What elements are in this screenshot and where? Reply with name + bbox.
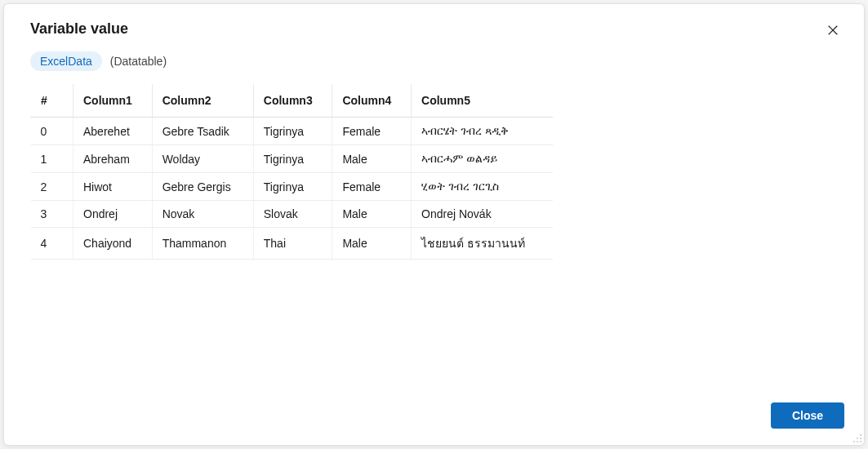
- cell: Gebre Gergis: [152, 173, 253, 201]
- svg-point-5: [853, 441, 855, 442]
- cell: Ondrej Novák: [412, 201, 553, 228]
- cell: Ondrej: [73, 201, 153, 228]
- close-icon: [827, 24, 839, 36]
- cell: Slovak: [253, 201, 332, 228]
- variable-type-label: (Datatable): [110, 55, 167, 68]
- cell: ኣብርሄት ገብረ ጻዲቅ: [412, 118, 553, 145]
- cell: Wolday: [152, 145, 253, 173]
- table-row[interactable]: 1 Abreham Wolday Tigrinya Male ኣብርሓም ወልዳ…: [31, 145, 553, 173]
- cell: Tigrinya: [253, 145, 332, 173]
- cell-index: 2: [31, 173, 73, 201]
- table-row[interactable]: 4 Chaiyond Thammanon Thai Male ไชยยนต์ ธ…: [31, 228, 553, 260]
- cell: Thammanon: [152, 228, 253, 260]
- svg-point-6: [857, 441, 858, 442]
- svg-point-7: [860, 441, 861, 442]
- close-button[interactable]: Close: [771, 402, 844, 429]
- column-header[interactable]: Column2: [152, 84, 253, 118]
- table-header-row: # Column1 Column2 Column3 Column4 Column…: [31, 84, 553, 118]
- cell-index: 3: [31, 201, 73, 228]
- cell: Abreham: [73, 145, 153, 173]
- table-container: # Column1 Column2 Column3 Column4 Column…: [4, 84, 864, 389]
- svg-point-3: [857, 438, 858, 439]
- table-body: 0 Aberehet Gebre Tsadik Tigrinya Female …: [31, 118, 553, 260]
- cell: Thai: [253, 228, 332, 260]
- column-header[interactable]: Column5: [412, 84, 553, 118]
- svg-point-2: [860, 434, 861, 436]
- cell-index: 0: [31, 118, 73, 145]
- cell: Hiwot: [73, 173, 153, 201]
- dialog-header: Variable value: [4, 4, 864, 45]
- variable-value-dialog: Variable value ExcelData (Datatable) # C…: [3, 3, 865, 446]
- column-header[interactable]: Column3: [253, 84, 332, 118]
- cell: Male: [332, 228, 412, 260]
- variable-name-pill[interactable]: ExcelData: [30, 51, 102, 71]
- close-icon-button[interactable]: [825, 22, 841, 38]
- cell: ሂወት ገብረ ገርጊስ: [412, 173, 553, 201]
- table-row[interactable]: 0 Aberehet Gebre Tsadik Tigrinya Female …: [31, 118, 553, 145]
- column-header[interactable]: Column1: [73, 84, 153, 118]
- dialog-footer: Close: [4, 389, 864, 445]
- svg-point-4: [860, 438, 861, 439]
- cell: Tigrinya: [253, 118, 332, 145]
- cell: Gebre Tsadik: [152, 118, 253, 145]
- cell: Aberehet: [73, 118, 153, 145]
- column-header-index[interactable]: #: [31, 84, 73, 118]
- cell: Chaiyond: [73, 228, 153, 260]
- variable-info-row: ExcelData (Datatable): [4, 45, 864, 84]
- cell: Novak: [152, 201, 253, 228]
- cell: Male: [332, 201, 412, 228]
- cell: Tigrinya: [253, 173, 332, 201]
- cell: Male: [332, 145, 412, 173]
- cell: ኣብርሓም ወልዳይ: [412, 145, 553, 173]
- cell: Female: [332, 173, 412, 201]
- data-table: # Column1 Column2 Column3 Column4 Column…: [30, 84, 553, 260]
- dialog-title: Variable value: [30, 20, 128, 38]
- cell: Female: [332, 118, 412, 145]
- column-header[interactable]: Column4: [332, 84, 412, 118]
- cell-index: 4: [31, 228, 73, 260]
- table-row[interactable]: 3 Ondrej Novak Slovak Male Ondrej Novák: [31, 201, 553, 228]
- cell-index: 1: [31, 145, 73, 173]
- cell: ไชยยนต์ ธรรมานนท์: [412, 228, 553, 260]
- resize-grip-icon[interactable]: [851, 432, 862, 443]
- table-row[interactable]: 2 Hiwot Gebre Gergis Tigrinya Female ሂወት…: [31, 173, 553, 201]
